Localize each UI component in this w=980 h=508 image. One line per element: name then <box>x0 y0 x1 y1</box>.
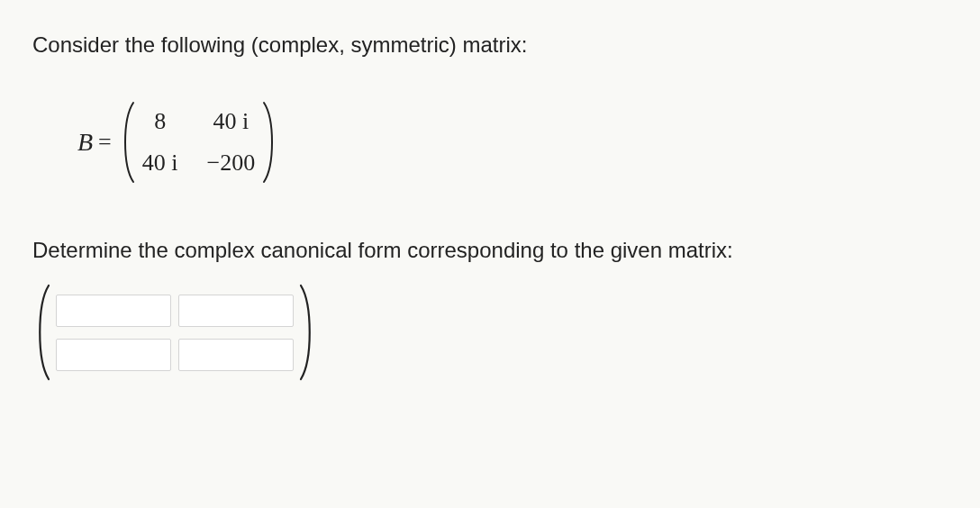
answer-r1c1-input[interactable] <box>56 295 171 327</box>
answer-matrix <box>32 283 948 382</box>
left-paren-icon <box>32 283 52 382</box>
problem-page: Consider the following (complex, symmetr… <box>0 0 980 382</box>
answer-r2c2-input[interactable] <box>178 339 294 371</box>
matrix-B-cells: 8 40 i 40 i −200 <box>137 101 260 184</box>
equals-sign: = <box>98 129 112 156</box>
question-text: Determine the complex canonical form cor… <box>32 238 948 263</box>
answer-r1c2-input[interactable] <box>178 295 294 327</box>
matrix-B-r2c1: 40 i <box>142 150 178 177</box>
right-paren-icon <box>260 101 280 184</box>
left-paren-icon <box>117 101 137 184</box>
prompt-text: Consider the following (complex, symmetr… <box>32 32 948 58</box>
answer-cells <box>52 283 297 382</box>
right-paren-icon <box>297 283 317 382</box>
matrix-definition: B = 8 40 i 40 i −200 <box>77 101 948 184</box>
matrix-B-r1c1: 8 <box>142 108 178 135</box>
matrix-B-r1c2: 40 i <box>207 108 256 135</box>
matrix-name: B <box>77 128 93 157</box>
answer-r2c1-input[interactable] <box>56 339 171 371</box>
matrix-B-r2c2: −200 <box>207 150 256 177</box>
matrix-B: 8 40 i 40 i −200 <box>117 101 280 184</box>
